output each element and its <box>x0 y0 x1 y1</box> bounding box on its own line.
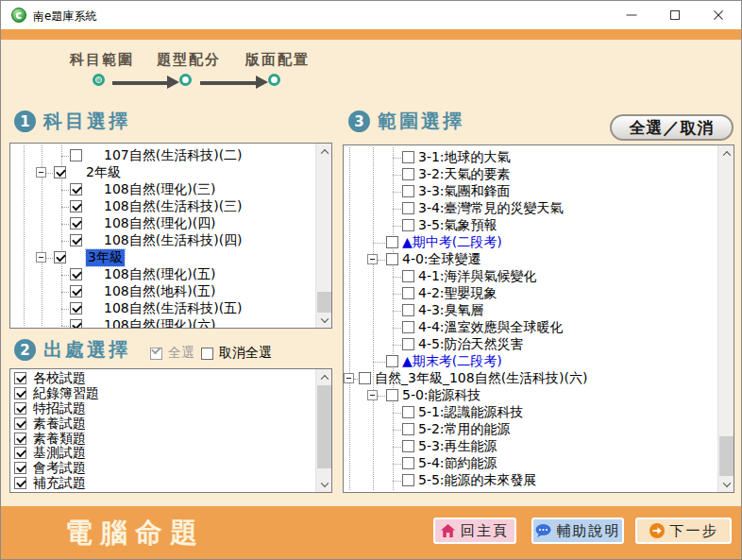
deselect-all-checkbox[interactable]: 取消全選 <box>201 345 272 362</box>
scroll-down-icon[interactable] <box>316 476 332 492</box>
tree-row[interactable]: 3-1:地球的大氣 <box>344 149 717 166</box>
tree-label[interactable]: ▲期末考(二段考) <box>402 353 502 370</box>
close-icon[interactable] <box>697 1 740 29</box>
tree-row[interactable]: 4-1:海洋與氣候變化 <box>344 268 717 285</box>
source-list-item[interactable]: 基測試題 <box>10 446 315 461</box>
tree-row[interactable]: 3-5:氣象預報 <box>344 217 717 234</box>
tree-label[interactable]: 4-3:臭氧層 <box>418 302 484 319</box>
tree-label[interactable]: 3-3:氣團和鋒面 <box>418 183 511 200</box>
tree-row[interactable]: 自然_3年級_108自然(生活科技)(六) <box>344 370 717 387</box>
tree-label[interactable]: 108自然(理化)(三) <box>104 181 216 198</box>
tree-label[interactable]: 108自然(理化)(六) <box>104 317 216 328</box>
tree-checkbox[interactable] <box>359 372 371 384</box>
tree-row[interactable]: 108自然(理化)(四) <box>10 215 315 232</box>
tree-collapse-icon[interactable] <box>344 373 354 383</box>
maximize-icon[interactable] <box>653 1 697 29</box>
tree-checkbox[interactable] <box>70 217 82 229</box>
scroll-down-icon[interactable] <box>718 476 734 492</box>
scrollbar-thumb[interactable] <box>317 292 331 313</box>
tree-row[interactable]: 108自然(地科)(五) <box>10 283 315 300</box>
tree-label[interactable]: 108自然(地科)(五) <box>104 283 216 300</box>
tree-checkbox[interactable] <box>402 202 414 214</box>
scroll-up-icon[interactable] <box>316 369 332 385</box>
step-node-1[interactable] <box>93 74 105 86</box>
tree-checkbox[interactable] <box>402 406 414 418</box>
tree-row[interactable]: 5-1:認識能源科技 <box>344 404 717 421</box>
tree-label[interactable]: 5-0:能源科技 <box>402 387 481 404</box>
tree-checkbox[interactable] <box>70 268 82 280</box>
source-label[interactable]: 補充試題 <box>33 475 86 492</box>
tree-row[interactable]: 3年級 <box>10 249 315 266</box>
tree-label[interactable]: 5-2:常用的能源 <box>418 421 511 438</box>
tree-row[interactable]: 4-0:全球變遷 <box>344 251 717 268</box>
tree-checkbox[interactable] <box>402 457 414 469</box>
source-list-item[interactable]: 素養類題 <box>10 432 315 447</box>
tree-label[interactable]: 3-5:氣象預報 <box>418 217 497 234</box>
tree-row[interactable]: 5-0:能源科技 <box>344 387 717 404</box>
tree-row[interactable]: 108自然(生活科技)(四) <box>10 232 315 249</box>
tree-checkbox[interactable] <box>402 321 414 333</box>
tree-label[interactable]: 108自然(生活科技)(四) <box>104 232 243 249</box>
tree-label[interactable]: 107自然(生活科技)(二) <box>104 147 243 164</box>
tree-checkbox[interactable] <box>402 219 414 231</box>
tree-row[interactable]: 108自然(理化)(五) <box>10 266 315 283</box>
tree-row[interactable]: 5-2:常用的能源 <box>344 421 717 438</box>
tree-label[interactable]: 108自然(生活科技)(五) <box>104 300 243 317</box>
source-list-item[interactable]: 特招試題 <box>10 401 315 416</box>
source-checkbox[interactable] <box>14 402 26 415</box>
tree-label[interactable]: 5-5:能源的未來發展 <box>418 472 537 489</box>
select-all-checkbox[interactable]: 全選 <box>150 345 194 362</box>
source-checkbox[interactable] <box>14 477 26 489</box>
tree-checkbox[interactable] <box>70 302 82 314</box>
tree-collapse-icon[interactable] <box>36 167 46 178</box>
tree-row[interactable]: 2年級 <box>10 164 315 181</box>
tree-checkbox[interactable] <box>70 234 82 246</box>
tree-row[interactable]: 108自然(生活科技)(五) <box>10 300 315 317</box>
tree-collapse-icon[interactable] <box>367 254 378 264</box>
tree-checkbox[interactable] <box>402 440 414 452</box>
checkbox-icon[interactable] <box>201 348 213 360</box>
tree-label[interactable]: 4-0:全球變遷 <box>402 251 481 268</box>
tree-collapse-icon[interactable] <box>36 252 46 263</box>
tree-checkbox[interactable] <box>70 285 82 297</box>
select-all-toggle-button[interactable]: 全選／取消 <box>610 114 734 141</box>
tree-row[interactable]: 5-4:節約能源 <box>344 455 717 472</box>
next-step-button[interactable]: 下一步 <box>635 518 732 544</box>
tree-row[interactable]: 108自然(理化)(三) <box>10 181 315 198</box>
tree-label[interactable]: ▲期中考(二段考) <box>402 234 502 251</box>
tree-checkbox[interactable] <box>402 423 414 435</box>
tree-checkbox[interactable] <box>70 149 82 161</box>
tree-label[interactable]: 4-5:防治天然災害 <box>418 336 524 353</box>
step-node-2[interactable] <box>179 74 192 86</box>
tree-label[interactable]: 3-4:臺灣常見的災變天氣 <box>418 200 564 217</box>
home-button[interactable]: 回主頁 <box>433 518 516 544</box>
tree-checkbox[interactable] <box>402 270 414 282</box>
source-list-item[interactable]: 會考試題 <box>10 461 315 476</box>
tree-label[interactable]: 4-1:海洋與氣候變化 <box>418 268 537 285</box>
tree-checkbox[interactable] <box>70 319 82 328</box>
help-button[interactable]: 輔助說明 <box>531 518 624 544</box>
source-list-item[interactable]: 各校試題 <box>10 371 315 386</box>
tree-checkbox[interactable] <box>54 166 66 178</box>
tree-checkbox[interactable] <box>402 304 414 316</box>
source-list-scrollbar[interactable] <box>315 369 331 492</box>
tree-row[interactable]: 3-2:天氣的要素 <box>344 166 717 183</box>
tree-checkbox[interactable] <box>402 287 414 299</box>
tree-row[interactable]: 3-4:臺灣常見的災變天氣 <box>344 200 717 217</box>
tree-checkbox[interactable] <box>402 474 414 486</box>
tree-label[interactable]: 5-1:認識能源科技 <box>418 404 524 421</box>
tree-label[interactable]: 108自然(理化)(五) <box>104 266 216 283</box>
tree-checkbox[interactable] <box>70 200 82 212</box>
scroll-up-icon[interactable] <box>718 145 734 161</box>
source-checkbox[interactable] <box>14 462 26 474</box>
tree-label[interactable]: 3年級 <box>86 249 125 266</box>
tree-row[interactable]: 4-4:溫室效應與全球暖化 <box>344 319 717 336</box>
tree-row[interactable]: 4-2:聖嬰現象 <box>344 285 717 302</box>
source-checkbox[interactable] <box>14 387 26 399</box>
tree-label[interactable]: 3-1:地球的大氣 <box>418 149 511 166</box>
scroll-up-icon[interactable] <box>316 144 332 160</box>
source-list-item[interactable]: 紀錄簿習題 <box>10 386 315 401</box>
tree-checkbox[interactable] <box>402 168 414 180</box>
tree-checkbox[interactable] <box>386 389 398 401</box>
tree-row[interactable]: 4-3:臭氧層 <box>344 302 717 319</box>
